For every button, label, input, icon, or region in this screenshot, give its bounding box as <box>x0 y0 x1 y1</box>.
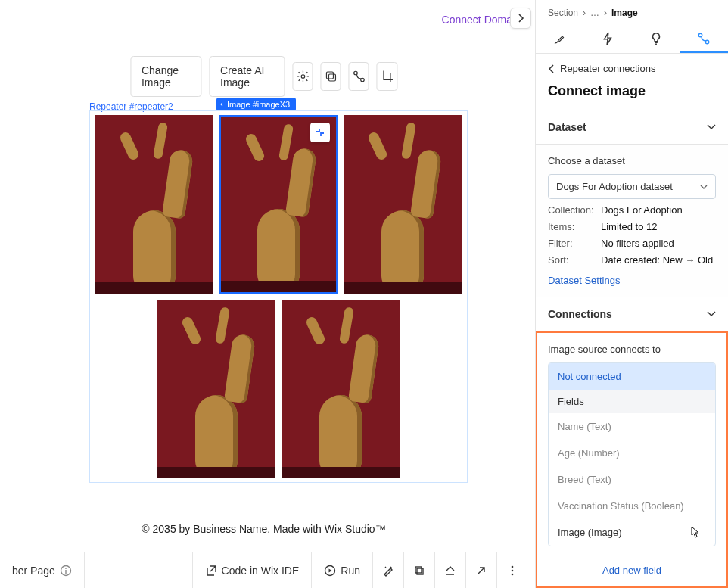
expand-icon <box>444 565 456 577</box>
chevron-down-icon <box>700 185 708 189</box>
svg-point-11 <box>512 565 514 568</box>
panel-back-label: Repeater connections <box>560 63 655 74</box>
dropdown-field-image-label: Image (Image) <box>558 527 622 538</box>
brush-icon <box>553 32 567 45</box>
breadcrumb-mid[interactable]: … <box>590 8 599 18</box>
settings-button[interactable] <box>293 62 313 91</box>
cat-image <box>95 115 213 294</box>
bottom-spacer <box>85 552 193 588</box>
selected-element-tag[interactable]: Image #imageX3 <box>216 98 296 111</box>
resize-handle[interactable] <box>310 123 330 142</box>
tab-animation[interactable] <box>584 26 633 53</box>
svg-rect-9 <box>415 567 422 573</box>
svg-rect-10 <box>417 568 423 574</box>
arrow-up-right-icon <box>475 565 487 577</box>
dataset-settings-link[interactable]: Dataset Settings <box>548 275 620 286</box>
repeater-item[interactable] <box>157 300 275 478</box>
page-indicator[interactable]: ber Page <box>0 552 85 588</box>
repeater-item[interactable] <box>282 300 400 478</box>
copy-button[interactable] <box>321 62 341 91</box>
create-ai-image-button[interactable]: Create AI Image <box>209 56 285 97</box>
cat-image <box>282 300 400 478</box>
breadcrumb-sep: › <box>604 8 607 18</box>
svg-rect-7 <box>65 570 66 574</box>
code-ide-button[interactable]: Code in Wix IDE <box>193 552 313 588</box>
svg-point-6 <box>65 568 67 569</box>
layers-button[interactable] <box>404 552 435 588</box>
dropdown-field-image[interactable]: Image (Image) <box>549 519 715 546</box>
wix-studio-link[interactable]: Wix Studio™ <box>325 523 386 535</box>
collection-value: Dogs For Adoption <box>601 204 683 216</box>
svg-rect-1 <box>328 74 335 81</box>
panel-tabs <box>536 26 728 54</box>
panel-back-button[interactable]: Repeater connections <box>536 54 728 83</box>
floating-toolbar: Change Image Create AI Image <box>130 56 397 97</box>
dataset-section-head[interactable]: Dataset <box>536 110 728 145</box>
more-vertical-icon <box>506 565 518 577</box>
svg-point-0 <box>301 75 305 79</box>
dropdown-option-not-connected[interactable]: Not connected <box>549 363 715 390</box>
dropdown-field-age[interactable]: Age (Number) <box>549 440 715 466</box>
add-new-field-button[interactable]: Add new field <box>537 554 726 586</box>
crop-icon <box>380 70 394 83</box>
connections-head-label: Connections <box>548 308 612 320</box>
chevron-down-icon <box>707 311 716 317</box>
chevron-left-icon <box>548 64 555 73</box>
dataset-head-label: Dataset <box>548 121 586 133</box>
breadcrumb-root[interactable]: Section <box>548 8 578 18</box>
wand-button[interactable] <box>373 552 404 588</box>
filter-value: No filters applied <box>601 238 674 249</box>
wand-icon <box>382 565 394 577</box>
items-value: Limited to 12 <box>601 221 657 232</box>
dataset-select[interactable]: Dogs For Adoption dataset <box>548 174 716 199</box>
connect-domain-link[interactable]: Connect Doma <box>442 14 512 26</box>
lightning-icon <box>602 32 614 45</box>
cat-image <box>221 117 336 292</box>
dropdown-field-name[interactable]: Name (Text) <box>549 413 715 440</box>
open-button[interactable] <box>466 552 497 588</box>
layers-icon <box>413 565 425 577</box>
expand-button[interactable] <box>435 552 466 588</box>
chevron-down-icon <box>707 124 716 130</box>
tab-interactions[interactable] <box>632 26 680 53</box>
page-label: ber Page <box>12 565 55 577</box>
crop-button[interactable] <box>377 62 397 91</box>
run-button[interactable]: Run <box>312 552 373 588</box>
bottom-bar: ber Page Code in Wix IDE Run <box>0 552 527 588</box>
connect-icon <box>352 70 366 83</box>
info-icon <box>60 565 72 577</box>
top-bar: Connect Doma <box>0 0 527 39</box>
connections-highlight: Image source connects to Not connected F… <box>536 331 728 588</box>
run-label: Run <box>341 565 360 577</box>
dropdown-field-vaccination[interactable]: Vaccination Status (Boolean) <box>549 493 715 519</box>
dataset-section-body: Choose a dataset Dogs For Adoption datas… <box>536 145 728 297</box>
cursor-icon <box>689 526 702 540</box>
gear-icon <box>296 70 310 83</box>
repeater-item[interactable] <box>95 115 213 294</box>
connect-icon <box>697 32 711 45</box>
change-image-button[interactable]: Change Image <box>130 56 201 97</box>
repeater-item[interactable] <box>344 115 462 294</box>
footer-copyright: © 2035 by Business Name. Made with <box>142 523 324 535</box>
idea-icon <box>650 32 662 45</box>
repeater-container <box>89 110 468 483</box>
more-button[interactable] <box>497 552 527 588</box>
choose-dataset-label: Choose a dataset <box>548 155 716 166</box>
connect-data-button[interactable] <box>349 62 369 91</box>
code-ide-label: Code in Wix IDE <box>222 565 300 577</box>
compress-icon <box>315 127 325 138</box>
repeater-item-selected[interactable] <box>219 115 338 294</box>
connections-body: Image source connects to Not connected F… <box>537 333 726 554</box>
connections-section-head[interactable]: Connections <box>536 297 728 331</box>
dropdown-field-breed[interactable]: Breed (Text) <box>549 466 715 493</box>
panel-collapse-button[interactable] <box>510 8 531 29</box>
chevron-right-icon <box>516 14 525 23</box>
tab-design[interactable] <box>536 26 584 53</box>
tab-connect[interactable] <box>680 26 729 53</box>
cat-image <box>157 300 275 478</box>
image-source-dropdown: Not connected Fields Name (Text) Age (Nu… <box>548 362 716 546</box>
svg-point-13 <box>512 573 514 575</box>
breadcrumb-current: Image <box>611 8 638 18</box>
svg-point-12 <box>512 569 514 571</box>
svg-rect-2 <box>326 72 333 79</box>
